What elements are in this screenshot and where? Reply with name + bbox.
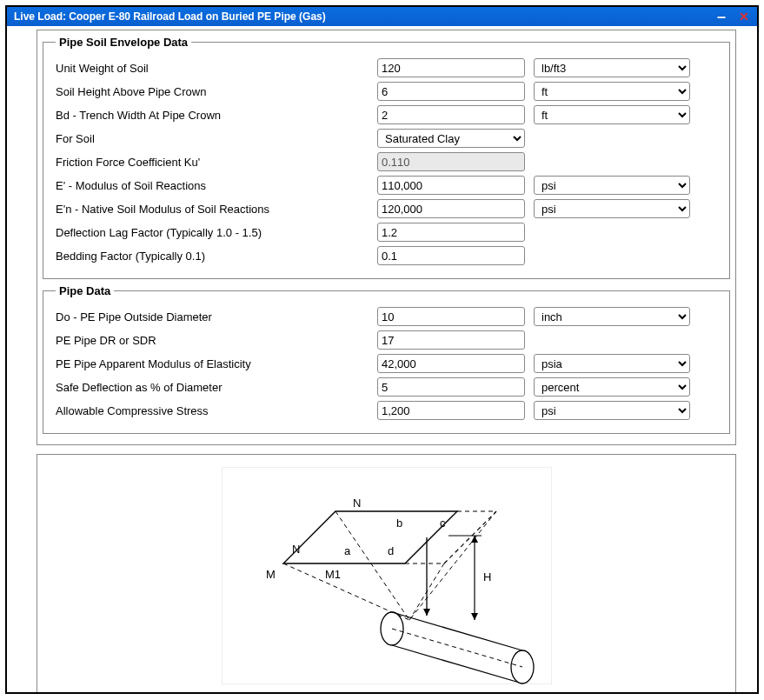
svg-text:b: b	[396, 517, 402, 530]
allow-stress-label: Allowable Compressive Stress	[56, 404, 369, 417]
svg-text:d: d	[388, 544, 394, 557]
mod-unit-select[interactable]: psia	[534, 354, 690, 373]
eprime-unit-select[interactable]: psi	[534, 176, 690, 195]
row-do: Do - PE Pipe Outside Diameter inch	[56, 307, 717, 326]
window-title: Live Load: Cooper E-80 Railroad Load on …	[14, 10, 715, 23]
unit-weight-label: Unit Weight of Soil	[56, 62, 369, 75]
safe-defl-label: Safe Deflection as % of Diameter	[56, 381, 369, 394]
en-unit-select[interactable]: psi	[534, 199, 690, 218]
svg-text:N: N	[353, 497, 361, 510]
unit-weight-unit-select[interactable]: lb/ft3	[534, 58, 690, 77]
row-for-soil: For Soil Saturated Clay	[56, 129, 717, 148]
row-allow-stress: Allowable Compressive Stress psi	[56, 401, 717, 420]
svg-marker-9	[423, 609, 430, 616]
for-soil-select[interactable]: Saturated Clay	[377, 129, 525, 148]
bedding-input[interactable]	[377, 246, 525, 265]
eprime-label: E' - Modulus of Soil Reactions	[56, 179, 369, 192]
safe-defl-unit-select[interactable]: percent	[534, 377, 690, 397]
soil-height-input[interactable]	[377, 82, 525, 101]
allow-stress-unit-select[interactable]: psi	[534, 401, 690, 420]
scroll-area[interactable]: Pipe Soil Envelope Data Unit Weight of S…	[7, 26, 757, 692]
en-label: E'n - Native Soil Modulus of Soil Reacti…	[56, 203, 369, 216]
soil-height-label: Soil Height Above Pipe Crown	[56, 85, 369, 98]
eprime-input[interactable]	[377, 176, 525, 195]
row-defl-lag: Deflection Lag Factor (Typically 1.0 - 1…	[56, 223, 717, 242]
row-bd: Bd - Trench Width At Pipe Crown ft	[56, 105, 717, 124]
diagram-panel: N N M M1 a b c d H	[37, 454, 736, 692]
group-pipe-legend: Pipe Data	[56, 284, 114, 297]
defl-lag-input[interactable]	[377, 223, 525, 242]
minimize-button[interactable]: –	[715, 10, 727, 23]
titlebar: Live Load: Cooper E-80 Railroad Load on …	[7, 7, 757, 26]
svg-text:N: N	[292, 543, 300, 556]
content-area: Pipe Soil Envelope Data Unit Weight of S…	[7, 26, 757, 692]
pipe-load-diagram-icon: N N M M1 a b c d H	[223, 468, 553, 685]
mod-label: PE Pipe Apparent Modulus of Elasticity	[56, 357, 369, 370]
mod-input[interactable]	[377, 354, 525, 373]
close-button[interactable]: ✕	[738, 10, 750, 23]
ku-label: Friction Force Coefficient Ku'	[56, 156, 369, 169]
do-unit-select[interactable]: inch	[534, 307, 690, 326]
svg-marker-11	[471, 536, 478, 543]
row-safe-defl: Safe Deflection as % of Diameter percent	[56, 377, 717, 397]
svg-marker-0	[283, 511, 457, 563]
for-soil-label: For Soil	[56, 132, 369, 145]
svg-text:H: H	[483, 570, 491, 583]
window-controls: – ✕	[715, 10, 750, 23]
do-label: Do - PE Pipe Outside Diameter	[56, 310, 369, 323]
svg-line-16	[392, 645, 522, 683]
diagram-box: N N M M1 a b c d H	[222, 467, 552, 684]
bd-unit-select[interactable]: ft	[534, 105, 690, 124]
svg-text:c: c	[440, 517, 446, 530]
row-mod: PE Pipe Apparent Modulus of Elasticity p…	[56, 354, 717, 373]
row-ku: Friction Force Coefficient Ku'	[56, 152, 717, 171]
svg-text:M1: M1	[325, 568, 341, 581]
unit-weight-input[interactable]	[377, 58, 525, 77]
svg-line-18	[392, 629, 522, 667]
svg-line-6	[409, 511, 496, 620]
svg-line-3	[444, 511, 496, 563]
row-soil-height: Soil Height Above Pipe Crown ft	[56, 82, 717, 101]
group-soil: Pipe Soil Envelope Data Unit Weight of S…	[43, 36, 730, 279]
do-input[interactable]	[377, 307, 525, 326]
svg-line-15	[392, 612, 522, 650]
ku-input	[377, 152, 525, 171]
input-panel: Pipe Soil Envelope Data Unit Weight of S…	[37, 30, 736, 445]
row-dr: PE Pipe DR or SDR	[56, 330, 717, 350]
svg-text:a: a	[344, 544, 351, 557]
bd-input[interactable]	[377, 105, 525, 124]
row-eprime: E' - Modulus of Soil Reactions psi	[56, 176, 717, 195]
row-en: E'n - Native Soil Modulus of Soil Reacti…	[56, 199, 717, 218]
group-soil-legend: Pipe Soil Envelope Data	[56, 36, 191, 49]
soil-height-unit-select[interactable]: ft	[534, 82, 690, 101]
svg-marker-12	[471, 613, 478, 620]
dr-input[interactable]	[377, 330, 525, 350]
row-unit-weight: Unit Weight of Soil lb/ft3	[56, 58, 717, 77]
svg-text:M: M	[266, 568, 276, 581]
bedding-label: Bedding Factor (Typically 0.1)	[56, 250, 369, 263]
dr-label: PE Pipe DR or SDR	[56, 334, 369, 347]
row-bedding: Bedding Factor (Typically 0.1)	[56, 246, 717, 265]
allow-stress-input[interactable]	[377, 401, 525, 420]
en-input[interactable]	[377, 199, 525, 218]
safe-defl-input[interactable]	[377, 377, 525, 397]
group-pipe: Pipe Data Do - PE Pipe Outside Diameter …	[43, 284, 730, 434]
bd-label: Bd - Trench Width At Pipe Crown	[56, 109, 369, 122]
defl-lag-label: Deflection Lag Factor (Typically 1.0 - 1…	[56, 226, 369, 239]
window-frame: Live Load: Cooper E-80 Railroad Load on …	[5, 5, 759, 694]
